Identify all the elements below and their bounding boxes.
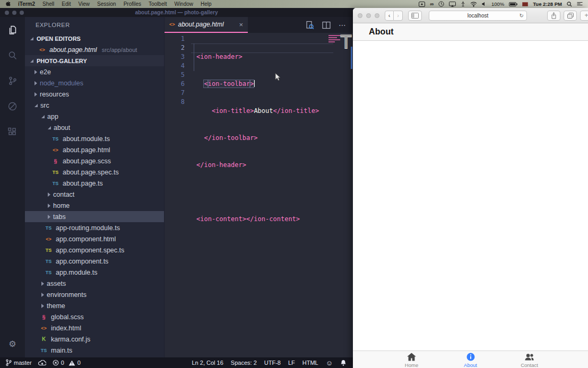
tree-item-home[interactable]: home [25,200,164,211]
project-section-header[interactable]: PHOTO-GALLERY [25,55,164,66]
menu-session[interactable]: Session [97,1,116,7]
tree-item-app[interactable]: app [25,111,164,122]
tree-item-app-component-spec-ts[interactable]: TSapp.component.spec.ts [25,244,164,256]
tree-item-global-scss[interactable]: §global.scss [25,311,164,322]
menu-view[interactable]: View [79,1,90,7]
menu-iterm2[interactable]: iTerm2 [18,1,35,7]
explorer-icon[interactable] [0,24,25,50]
tree-item-app-component-ts[interactable]: TSapp.component.ts [25,256,164,267]
line-number-gutter[interactable]: 1 2 3 4 5 6 7 8 [165,33,188,357]
tree-item-app-routing-module-ts[interactable]: TSapp-routing.module.ts [25,222,164,233]
close-icon[interactable]: × [239,21,243,29]
reload-icon[interactable]: ↻ [520,13,524,19]
extensions-icon[interactable] [0,126,25,152]
html-file-icon: <> [169,22,175,27]
branch-name: master [14,360,32,366]
code-content[interactable]: <ion-header> <ion-toolbar> <ion-title>Ab… [188,33,353,357]
scss-file-icon: § [39,314,48,320]
volume-icon[interactable] [482,2,487,6]
input-source-flag-icon[interactable] [522,2,528,6]
chevron-collapsed-icon [34,70,37,74]
forward-button[interactable]: › [394,11,403,21]
wifi-icon[interactable] [470,2,477,7]
tree-item-node-modules[interactable]: node_modules [25,77,164,89]
tree-item-about-module-ts[interactable]: TSabout.module.ts [25,133,164,144]
tab-home-label: Home [405,362,418,368]
share-button[interactable] [547,11,560,21]
dongle-icon[interactable] [461,1,465,7]
menubar-clock[interactable]: Tue 2:28 PM [533,1,562,7]
show-tabs-button[interactable] [564,11,577,21]
git-branch-indicator[interactable]: master [5,359,32,366]
open-editor-item[interactable]: <> about.page.html src/app/about [25,44,164,55]
tree-item-src[interactable]: src [25,100,164,111]
tree-item-tabs[interactable]: tabs [25,211,164,222]
problems-indicator[interactable]: 0 0 [53,360,81,366]
source-control-icon[interactable] [0,75,25,101]
address-bar[interactable]: localhost ↻ [429,11,527,21]
activity-bar: ⚙ [0,17,25,357]
vscode-titlebar[interactable]: about.page.html — photo-gallery [0,8,353,17]
html-file-icon: <> [39,326,48,331]
tab-contact[interactable]: Contact [500,351,559,368]
tree-item-app-component-html[interactable]: <>app.component.html [25,233,164,244]
cursor-position-indicator[interactable]: Ln 2, Col 16 [192,360,223,366]
feedback-smiley-icon[interactable]: ☺ [326,359,333,367]
page-content [353,41,588,350]
tree-item-theme[interactable]: theme [25,300,164,311]
open-editor-name: about.page.html [49,46,97,54]
tab-about-page-html[interactable]: <> about.page.html × [165,17,248,33]
tab-home[interactable]: Home [382,351,441,368]
notifications-bell-icon[interactable] [340,360,347,366]
zoom-window-button[interactable] [375,13,379,18]
menu-shell[interactable]: Shell [42,1,54,7]
tree-item-about-page-html[interactable]: <>about.page.html [25,144,164,155]
tree-item-assets[interactable]: assets [25,278,164,289]
glasses-icon[interactable]: ∞ [430,1,434,7]
eol-indicator[interactable]: LF [288,360,295,366]
tree-item-about-page-scss[interactable]: §about.page.scss [25,155,164,167]
new-tab-button[interactable]: + [580,11,588,21]
tree-item-about-page-spec-ts[interactable]: TSabout.page.spec.ts [25,167,164,178]
notification-center-icon[interactable] [577,2,583,6]
gear-icon[interactable]: ⚙ [8,339,16,349]
battery-icon[interactable] [509,2,517,6]
indentation-indicator[interactable]: Spaces: 2 [231,360,257,366]
sidebar-toggle-button[interactable] [408,11,422,21]
more-actions-icon[interactable]: ⋯ [339,21,346,29]
menu-edit[interactable]: Edit [62,1,71,7]
menu-profiles[interactable]: Profiles [124,1,141,7]
tree-item-index-html[interactable]: <>index.html [25,322,164,334]
apple-icon[interactable] [5,1,11,7]
time-machine-icon[interactable] [438,1,444,7]
menu-help[interactable]: Help [201,1,212,7]
tree-item-karma-conf-js[interactable]: Kkarma.conf.js [25,334,164,345]
airplay-display-icon[interactable] [449,2,456,7]
tree-item-e2e[interactable]: e2e [25,66,164,77]
close-window-button[interactable] [358,13,362,18]
menu-window[interactable]: Window [174,1,193,7]
search-icon[interactable] [0,50,25,75]
split-editor-icon[interactable] [322,21,331,29]
tree-item-main-ts[interactable]: TSmain.ts [25,345,164,356]
spotlight-icon[interactable] [567,2,572,7]
code-editor[interactable]: 1 2 3 4 5 6 7 8 <ion-header> <ion-toolba… [165,33,353,357]
minimize-window-button[interactable] [366,13,371,18]
tab-about[interactable]: About [441,351,500,368]
encoding-indicator[interactable]: UTF-8 [264,360,281,366]
tree-item-resources[interactable]: resources [25,89,164,100]
sync-changes-button[interactable] [38,360,46,366]
search-editor-icon[interactable] [305,21,314,30]
tree-item-app-module-ts[interactable]: TSapp.module.ts [25,267,164,278]
tree-item-environments[interactable]: environments [25,289,164,300]
screenshot-icon[interactable] [419,2,425,7]
tree-item-about-page-ts[interactable]: TSabout.page.ts [25,178,164,189]
tree-item-contact[interactable]: contact [25,189,164,200]
tree-item-about[interactable]: about [25,122,164,133]
back-button[interactable]: ‹ [385,11,394,21]
debug-disabled-icon[interactable] [0,101,25,126]
menu-toolbelt[interactable]: Toolbelt [149,1,167,7]
language-mode-indicator[interactable]: HTML [302,360,318,366]
open-editors-section-header[interactable]: OPEN EDITORS [25,33,164,44]
typescript-file-icon: TS [44,270,53,275]
